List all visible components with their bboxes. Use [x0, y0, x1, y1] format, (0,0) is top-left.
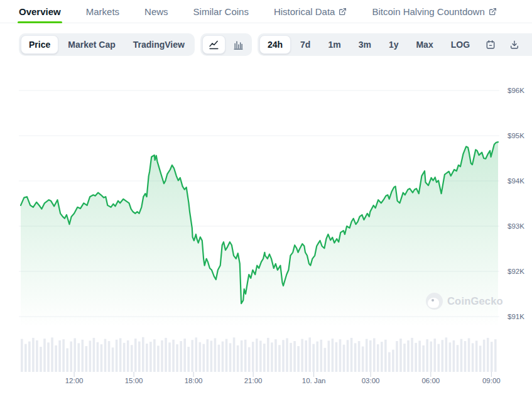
- volume-bar: [248, 347, 251, 372]
- price-button[interactable]: Price: [21, 35, 58, 54]
- volume-bar: [392, 350, 394, 372]
- volume-bar: [214, 338, 217, 372]
- tab-label: Markets: [86, 6, 119, 17]
- x-axis-label: 03:00: [353, 377, 388, 384]
- volume-bar: [316, 342, 318, 372]
- volume-bar: [362, 347, 364, 372]
- fullscreen-button[interactable]: [527, 35, 532, 54]
- volume-bar: [21, 339, 23, 372]
- volume-bar: [384, 340, 387, 372]
- coingecko-bitcoin-chart-page: Overview Markets News Similar Coins Hist…: [0, 0, 532, 397]
- volume-bar: [475, 340, 478, 372]
- volume-bar: [40, 347, 42, 372]
- volume-bar: [237, 345, 239, 372]
- volume-bar: [210, 340, 213, 372]
- x-axis-label: 15:00: [116, 377, 151, 384]
- volume-bar: [218, 345, 220, 372]
- volume-bar: [24, 344, 27, 372]
- volume-bar: [93, 338, 95, 372]
- volume-bar: [131, 345, 133, 372]
- tab-label: Similar Coins: [193, 6, 249, 17]
- volume-bar: [153, 339, 156, 372]
- volume-bar: [312, 344, 315, 372]
- volume-bar: [195, 337, 197, 372]
- log-scale-button[interactable]: LOG: [443, 35, 478, 54]
- volume-bar: [373, 338, 376, 372]
- bar-chart-icon: [233, 40, 244, 50]
- coin-nav-tabs: Overview Markets News Similar Coins Hist…: [0, 0, 532, 23]
- external-link-icon: [339, 8, 347, 16]
- x-axis-label: 06:00: [413, 377, 448, 384]
- volume-bar: [89, 340, 92, 372]
- volume-bar: [494, 339, 497, 372]
- y-axis-label: $96K: [508, 85, 532, 95]
- tab-news[interactable]: News: [144, 0, 168, 23]
- volume-bar: [229, 343, 232, 372]
- volume-bar: [293, 341, 296, 372]
- y-axis-label: $92K: [508, 266, 532, 276]
- volume-bar: [445, 337, 448, 372]
- download-chart-button[interactable]: [503, 35, 526, 54]
- range-1m-button[interactable]: 1m: [320, 35, 349, 54]
- volume-bar: [36, 340, 38, 372]
- volume-bar: [233, 337, 236, 372]
- volume-bar: [442, 340, 444, 372]
- volume-bar: [149, 342, 152, 372]
- volume-bar: [483, 340, 486, 372]
- volume-bar: [437, 344, 440, 372]
- volume-bar: [460, 339, 463, 372]
- volume-bar: [282, 340, 285, 372]
- tab-bitcoin-halving-countdown[interactable]: Bitcoin Halving Countdown: [372, 0, 496, 23]
- external-link-icon: [489, 8, 497, 16]
- coingecko-logo-icon: [426, 293, 443, 310]
- volume-bar: [203, 344, 205, 372]
- volume-bar: [172, 340, 175, 372]
- volume-bar: [138, 342, 141, 372]
- volume-bar: [369, 340, 372, 372]
- range-3m-button[interactable]: 3m: [350, 35, 379, 54]
- volume-bar: [396, 341, 398, 372]
- tab-label: Overview: [19, 6, 61, 17]
- volume-bar: [297, 346, 300, 372]
- volume-bar: [259, 340, 262, 372]
- range-24h-button[interactable]: 24h: [259, 35, 291, 54]
- volume-bar: [161, 340, 163, 372]
- volume-bar: [426, 339, 428, 372]
- line-chart-button[interactable]: [202, 35, 225, 54]
- coingecko-watermark: CoinGecko: [426, 293, 503, 310]
- market-cap-button[interactable]: Market Cap: [60, 35, 123, 54]
- volume-bar: [108, 341, 111, 372]
- tab-similar-coins[interactable]: Similar Coins: [193, 0, 249, 23]
- download-icon: [509, 40, 519, 50]
- volume-bar: [119, 338, 122, 372]
- volume-bar: [176, 344, 178, 372]
- volume-bar: [225, 339, 228, 372]
- tab-historical-data[interactable]: Historical Data: [274, 0, 347, 23]
- tab-overview[interactable]: Overview: [19, 0, 61, 23]
- volume-bar: [62, 339, 65, 372]
- range-1y-button[interactable]: 1y: [381, 35, 407, 54]
- volume-bar: [464, 341, 467, 372]
- bar-chart-button[interactable]: [227, 35, 250, 54]
- chart-type-switcher: [200, 33, 252, 56]
- volume-bar: [263, 344, 266, 372]
- volume-bar: [47, 342, 50, 372]
- volume-bar: [187, 347, 190, 372]
- tab-markets[interactable]: Markets: [86, 0, 119, 23]
- y-axis-label: $93K: [508, 221, 532, 231]
- tradingview-button[interactable]: TradingView: [125, 35, 193, 54]
- volume-bar: [142, 337, 144, 372]
- y-axis-label: $91K: [508, 312, 532, 322]
- volume-bar: [347, 340, 349, 372]
- date-range-button[interactable]: [479, 35, 502, 54]
- range-max-button[interactable]: Max: [408, 35, 441, 54]
- volume-bar: [407, 340, 410, 372]
- range-7d-button[interactable]: 7d: [292, 35, 318, 54]
- volume-bar: [104, 339, 107, 372]
- volume-bar: [399, 339, 402, 372]
- volume-bar: [301, 339, 303, 372]
- price-chart-area[interactable]: $96K$95K$94K$93K$92K$91K 12:0015:0018:00…: [0, 63, 532, 397]
- volume-bar: [358, 341, 361, 372]
- volume-bar: [43, 339, 46, 372]
- price-chart-svg: [0, 63, 532, 397]
